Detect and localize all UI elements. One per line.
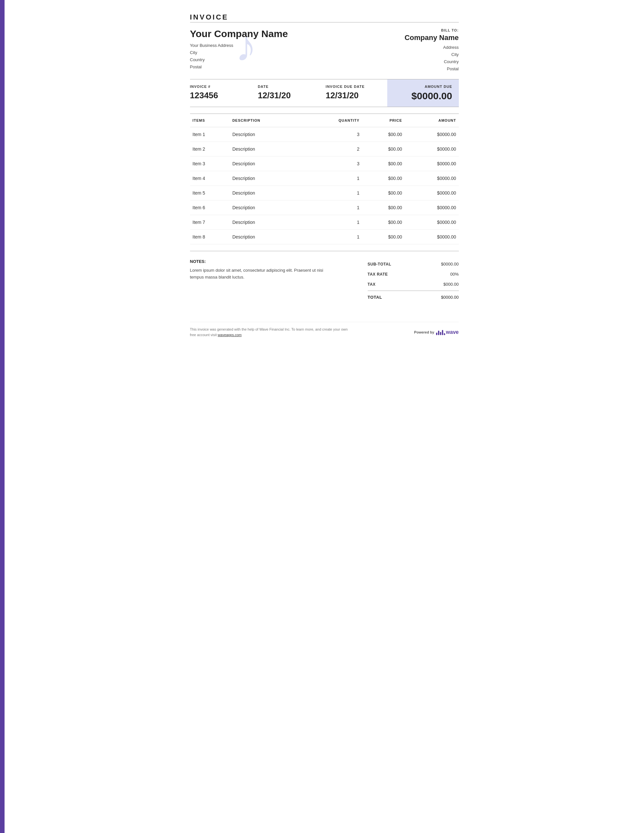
- subtotal-row: SUB-TOTAL $0000.00: [368, 259, 459, 269]
- item-amount-6: $0000.00: [405, 215, 459, 230]
- company-left: ♪ Your Company Name Your Business Addres…: [190, 28, 394, 71]
- wave-bar-2: [438, 331, 439, 335]
- tax-rate-row: TAX RATE 00%: [368, 269, 459, 279]
- wave-bar-3: [440, 332, 441, 335]
- invoice-number-value: 123456: [190, 90, 245, 101]
- item-desc-0: Description: [230, 127, 304, 142]
- amount-due-block: AMOUNT DUE $0000.00: [387, 79, 459, 107]
- item-name-1: Item 2: [190, 142, 230, 156]
- item-qty-3: 1: [304, 171, 362, 186]
- company-postal: Postal: [190, 63, 394, 71]
- item-name-6: Item 7: [190, 215, 230, 230]
- item-amount-3: $0000.00: [405, 171, 459, 186]
- item-desc-5: Description: [230, 201, 304, 215]
- col-items: ITEMS: [190, 114, 230, 127]
- item-price-0: $00.00: [362, 127, 404, 142]
- notes-text: Lorem ipsum dolor sit amet, consectetur …: [190, 267, 338, 281]
- col-description: DESCRIPTION: [230, 114, 304, 127]
- company-country: Country: [190, 56, 394, 63]
- item-qty-0: 3: [304, 127, 362, 142]
- table-header-row: ITEMS DESCRIPTION QUANTITY PRICE AMOUNT: [190, 114, 459, 127]
- notes-label: NOTES:: [190, 259, 338, 264]
- wave-bar-1: [436, 333, 437, 335]
- invoice-page: INVOICE ♪ Your Company Name Your Busines…: [174, 0, 475, 347]
- bill-to-postal: Postal: [394, 65, 459, 72]
- bill-to-address: Address: [394, 44, 459, 51]
- total-value: $0000.00: [441, 295, 459, 300]
- item-amount-0: $0000.00: [405, 127, 459, 142]
- invoice-meta-left: INVOICE # 123456 DATE 12/31/20 INVOICE D…: [190, 79, 387, 107]
- item-name-7: Item 8: [190, 230, 230, 244]
- tax-label: TAX: [368, 282, 376, 287]
- amount-due-label: AMOUNT DUE: [394, 85, 452, 88]
- item-name-3: Item 4: [190, 171, 230, 186]
- item-name-5: Item 6: [190, 201, 230, 215]
- due-date-value: 12/31/20: [326, 90, 381, 101]
- footer-link[interactable]: waveapps.com: [218, 333, 242, 337]
- item-qty-2: 3: [304, 156, 362, 171]
- item-price-1: $00.00: [362, 142, 404, 156]
- col-amount: AMOUNT: [405, 114, 459, 127]
- item-amount-1: $0000.00: [405, 142, 459, 156]
- table-row: Item 4 Description 1 $00.00 $0000.00: [190, 171, 459, 186]
- date-label: DATE: [258, 85, 313, 88]
- item-price-4: $00.00: [362, 186, 404, 201]
- company-address: Your Business Address: [190, 42, 394, 49]
- total-divider: [368, 291, 459, 291]
- due-date-block: INVOICE DUE DATE 12/31/20: [319, 85, 387, 101]
- bill-to-country: Country: [394, 58, 459, 65]
- powered-by-text: Powered by: [414, 330, 435, 334]
- total-final-row: TOTAL $0000.00: [368, 292, 459, 302]
- invoice-number-block: INVOICE # 123456: [190, 85, 251, 101]
- total-label: TOTAL: [368, 295, 382, 300]
- table-row: Item 1 Description 3 $00.00 $0000.00: [190, 127, 459, 142]
- wave-bar-4: [442, 330, 443, 335]
- footer-text-content: This invoice was generated with the help…: [190, 327, 348, 337]
- footer-section: NOTES: Lorem ipsum dolor sit amet, conse…: [190, 251, 459, 302]
- date-value: 12/31/20: [258, 90, 313, 101]
- header-section: ♪ Your Company Name Your Business Addres…: [190, 28, 459, 72]
- item-qty-1: 2: [304, 142, 362, 156]
- date-block: DATE 12/31/20: [251, 85, 319, 101]
- item-desc-1: Description: [230, 142, 304, 156]
- invoice-number-label: INVOICE #: [190, 85, 245, 88]
- bill-to-details: Address City Country Postal: [394, 44, 459, 72]
- items-body: Item 1 Description 3 $00.00 $0000.00 Ite…: [190, 127, 459, 244]
- item-amount-4: $0000.00: [405, 186, 459, 201]
- item-price-7: $00.00: [362, 230, 404, 244]
- tax-row: TAX $000.00: [368, 279, 459, 289]
- footer-text: This invoice was generated with the help…: [190, 327, 351, 338]
- item-amount-7: $0000.00: [405, 230, 459, 244]
- item-price-2: $00.00: [362, 156, 404, 171]
- item-desc-3: Description: [230, 171, 304, 186]
- bill-to-label: BILL TO:: [394, 28, 459, 32]
- item-desc-7: Description: [230, 230, 304, 244]
- tax-rate-value: 00%: [450, 272, 459, 277]
- wave-icon: wave: [436, 329, 459, 335]
- item-desc-4: Description: [230, 186, 304, 201]
- subtotal-label: SUB-TOTAL: [368, 262, 391, 267]
- invoice-title: INVOICE: [190, 13, 459, 23]
- item-name-0: Item 1: [190, 127, 230, 142]
- tax-rate-label: TAX RATE: [368, 272, 388, 277]
- table-row: Item 5 Description 1 $00.00 $0000.00: [190, 186, 459, 201]
- company-details: Your Business Address City Country Posta…: [190, 42, 394, 71]
- item-price-5: $00.00: [362, 201, 404, 215]
- item-name-4: Item 5: [190, 186, 230, 201]
- item-price-6: $00.00: [362, 215, 404, 230]
- bill-to-city: City: [394, 51, 459, 58]
- item-name-2: Item 3: [190, 156, 230, 171]
- due-date-label: INVOICE DUE DATE: [326, 85, 381, 88]
- item-desc-6: Description: [230, 215, 304, 230]
- item-amount-2: $0000.00: [405, 156, 459, 171]
- amount-due-value: $0000.00: [394, 90, 452, 101]
- wave-logo: Powered by wave: [414, 329, 459, 335]
- company-city: City: [190, 49, 394, 56]
- bill-to-section: BILL TO: Company Name Address City Count…: [394, 28, 459, 72]
- table-row: Item 6 Description 1 $00.00 $0000.00: [190, 201, 459, 215]
- bottom-footer: This invoice was generated with the help…: [190, 322, 459, 338]
- items-table: ITEMS DESCRIPTION QUANTITY PRICE AMOUNT …: [190, 114, 459, 244]
- wave-bars: [436, 329, 445, 335]
- wave-text-logo: wave: [446, 329, 459, 335]
- col-price: PRICE: [362, 114, 404, 127]
